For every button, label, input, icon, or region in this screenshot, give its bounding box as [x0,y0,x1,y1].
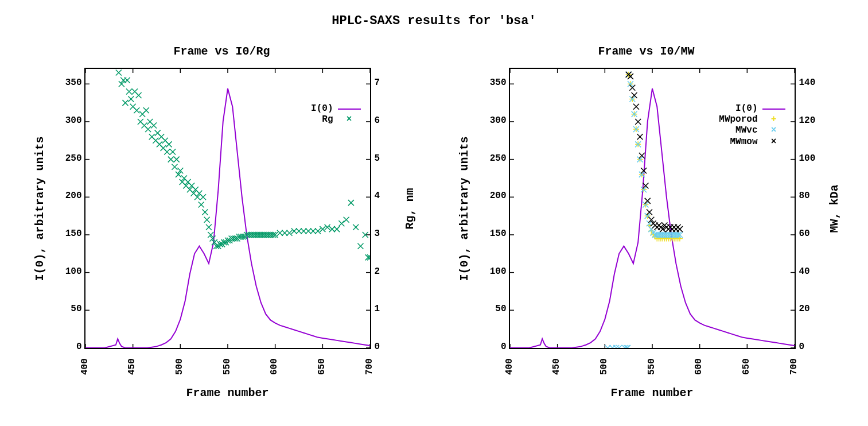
panel-right: Frame vs I0/MW I(0), arbitrary units MW,… [434,39,859,406]
ytick: 3 [375,229,403,238]
ytick: 7 [375,78,403,87]
legend-left: I(0) Rg × [311,103,360,125]
page: HPLC-SAXS results for 'bsa' Frame vs I0/… [0,0,868,426]
yticks-left-1: 050100150200250300350 [480,68,507,349]
ytick: 300 [56,116,82,125]
ytick: 40 [799,267,828,276]
cross-icon: × [762,137,785,148]
panels: Frame vs I0/Rg I(0), arbitrary units Rg,… [0,39,868,406]
ytick: 1 [375,304,403,313]
ylabel-right-1: MW, kDa [826,68,843,349]
xtick: 400 [504,358,515,375]
yticks-right-0: 01234567 [375,68,403,349]
ytick: 0 [480,342,507,351]
ytick: 5 [375,154,403,163]
panel-left: Frame vs I0/Rg I(0), arbitrary units Rg,… [10,39,434,406]
ytick: 80 [799,191,828,200]
ylabel-left-1: I(0), arbitrary units [456,68,473,349]
line-icon [338,109,361,110]
ytick: 50 [56,304,82,313]
xtick: 550 [647,358,657,375]
ytick: 0 [799,342,828,351]
ytick: 0 [375,342,403,351]
legend-row: I(0) [719,103,785,114]
ytick: 150 [56,229,82,238]
legend-row: I(0) [311,103,360,114]
cross-icon: × [762,125,785,136]
xtick: 400 [80,358,90,375]
xtick: 700 [364,358,375,375]
ytick: 250 [56,154,82,163]
legend-row: MWporod + [719,114,785,125]
xtick: 650 [741,358,752,375]
ytick: 0 [56,342,82,351]
cross-icon: × [338,114,361,125]
xtick: 500 [599,358,609,375]
chart-title-left: Frame vs I0/Rg [10,45,434,58]
yticks-right-1: 020406080100120140 [799,68,828,349]
ylabel-left-0: I(0), arbitrary units [32,68,49,349]
legend-right: I(0) MWporod + MWvc × MWmow × [719,103,785,148]
ytick: 100 [799,154,828,163]
xtick: 700 [789,358,799,375]
ytick: 140 [799,78,828,87]
ytick: 50 [480,304,507,313]
legend-row: MWmow × [719,137,785,148]
ytick: 6 [375,116,403,125]
main-title: HPLC-SAXS results for 'bsa' [0,14,868,28]
ytick: 200 [480,191,507,200]
ytick: 150 [480,229,507,238]
ytick: 250 [480,154,507,163]
line-icon [762,109,785,110]
xtick: 550 [222,358,232,375]
ytick: 300 [480,116,507,125]
plot-right: I(0) MWporod + MWvc × MWmow × [509,68,796,349]
legend-row: MWvc × [719,125,785,136]
xlabel-1: Frame number [509,386,796,400]
xtick: 650 [317,358,327,375]
ytick: 350 [480,78,507,87]
plot-left: I(0) Rg × [84,68,371,349]
xtick: 600 [269,358,279,375]
ylabel-right-0: Rg, nm [401,68,418,349]
ytick: 100 [56,267,82,276]
ytick: 60 [799,229,828,238]
xtick: 600 [694,358,704,375]
ytick: 20 [799,304,828,313]
xlabel-0: Frame number [84,386,371,400]
xtick: 500 [174,358,185,375]
ytick: 100 [480,267,507,276]
xticks-1: 400450500550600650700 [509,352,796,381]
xtick: 450 [127,358,137,375]
ytick: 4 [375,191,403,200]
ytick: 200 [56,191,82,200]
plus-icon: + [762,114,785,125]
xticks-0: 400450500550600650700 [84,352,371,381]
ytick: 120 [799,116,828,125]
chart-title-right: Frame vs I0/MW [434,45,859,58]
yticks-left-0: 050100150200250300350 [56,68,82,349]
legend-row: Rg × [311,114,360,125]
ytick: 350 [56,78,82,87]
ytick: 2 [375,267,403,276]
xtick: 450 [551,358,562,375]
